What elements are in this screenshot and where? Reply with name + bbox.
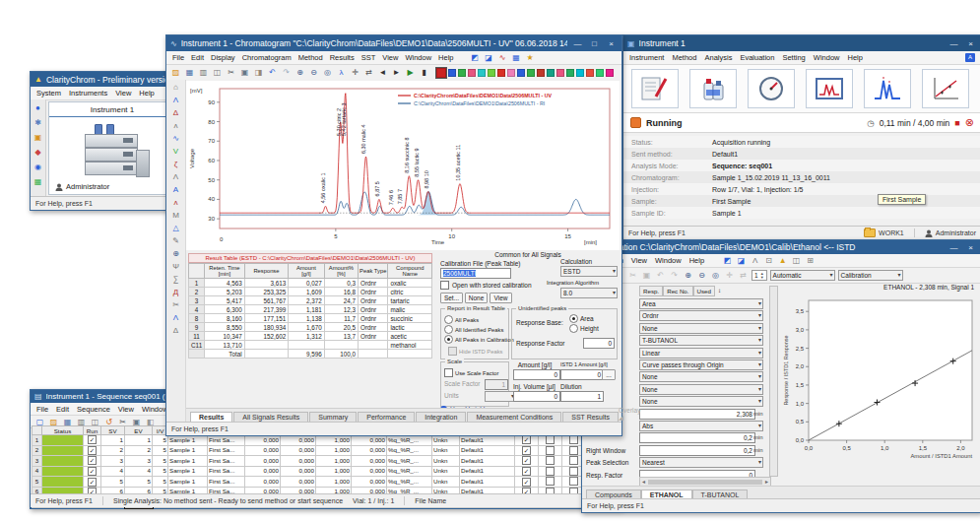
peak-icon[interactable]: Λ (170, 95, 181, 105)
option-checkbox[interactable] (569, 446, 578, 455)
right-window-input[interactable]: 0,2 (639, 445, 755, 456)
run-checkbox[interactable]: ✓ (88, 446, 97, 455)
setting-6-select[interactable]: None (639, 371, 763, 382)
istd-more-button[interactable]: ... (602, 369, 616, 380)
option-checkbox[interactable] (569, 435, 578, 444)
menu-setting[interactable]: Setting (782, 53, 805, 62)
go-next-icon[interactable]: ► (391, 67, 402, 78)
chromatogram-titlebar[interactable]: ∿ Instrument 1 - Chromatogram "C:\Clarit… (166, 35, 621, 51)
seq-col-status[interactable]: Status (42, 426, 84, 435)
undo-icon[interactable]: ↶ (655, 270, 666, 281)
signal-color-13[interactable] (566, 69, 574, 77)
star-icon[interactable]: ★ (525, 52, 536, 63)
copy-icon[interactable]: ▣ (641, 270, 652, 281)
result-row[interactable]: 88,160177,1511,13811,7Ordnrsuccinic (189, 314, 432, 323)
col-recno[interactable]: Rec No. (663, 286, 692, 296)
set-button[interactable]: Set... (440, 293, 463, 303)
undo-icon[interactable]: ↶ (267, 67, 278, 78)
setting-11-input[interactable]: 0,2 (639, 432, 755, 443)
menu-help[interactable]: Help (847, 53, 862, 62)
zoom-reset-icon[interactable]: ◎ (710, 270, 721, 281)
add-window-icon[interactable]: ⊞ (805, 255, 816, 266)
menu-evaluation[interactable]: Evaluation (740, 53, 774, 62)
option-checkbox[interactable] (569, 456, 578, 465)
sequence-row-1[interactable]: 1✓115Sample 1First Sa...0,0000,0001,0000… (33, 435, 621, 446)
menu-view[interactable]: View (382, 53, 398, 62)
option-checkbox[interactable]: ✓ (522, 435, 531, 444)
minimize-icon[interactable]: — (571, 39, 584, 48)
run-checkbox[interactable]: ✓ (88, 435, 97, 444)
user-icon[interactable]: ● (33, 102, 43, 113)
seq-col-run[interactable]: Run (84, 426, 101, 435)
sort-icon[interactable]: ↕ (715, 286, 724, 294)
pause-icon[interactable]: ▮ (419, 67, 429, 78)
calibration-titlebar[interactable]: ◪ Calibration C:\ClarityChrom\DataFiles\… (582, 240, 980, 254)
signal-color-9[interactable] (527, 69, 535, 77)
menu-method[interactable]: Method (672, 53, 696, 62)
run-checkbox[interactable]: ✓ (88, 456, 97, 465)
marker-icon[interactable]: ▲ (777, 255, 788, 266)
result-table[interactable]: Reten. Time[min]ResponseAmount[g/l]Amoun… (188, 263, 432, 359)
scale-factor-input[interactable]: 1 (485, 379, 508, 390)
istd-amount-input[interactable]: 0 (560, 369, 604, 380)
redo-icon[interactable]: ↷ (281, 67, 292, 78)
noise-icon[interactable]: ∿ (170, 133, 181, 144)
data-acquisition-icon[interactable] (806, 69, 853, 108)
maximize-icon[interactable]: □ (588, 39, 601, 48)
peak-selection-select[interactable]: Nearest (639, 457, 763, 468)
menu-window[interactable]: Window (655, 256, 682, 265)
none-button[interactable]: None (465, 293, 488, 303)
option-checkbox[interactable] (546, 477, 555, 486)
signal-color-0[interactable] (436, 68, 446, 78)
exchange-icon[interactable]: ⇄ (738, 270, 749, 281)
col-resp[interactable]: Resp. (639, 286, 663, 296)
tab-performance[interactable]: Performance (358, 412, 415, 422)
result-row[interactable]: 25,203253,3251,60916,8Ordnrcitric (189, 288, 432, 296)
zoom-in-icon[interactable]: ⊕ (683, 270, 693, 281)
result-row[interactable]: 14,5633,6130,0270,3Ordnroxalic (189, 279, 432, 288)
option-checkbox[interactable] (546, 435, 555, 444)
logged-user[interactable]: Administrator (925, 229, 976, 237)
shield-icon[interactable]: ◆ (33, 147, 43, 158)
a-badge-icon[interactable]: A (965, 53, 975, 62)
col-used[interactable]: Used (693, 286, 715, 296)
triangle-icon[interactable]: △ (170, 223, 181, 233)
window-cascade-icon[interactable]: ◪ (736, 255, 747, 266)
menu-file[interactable]: File (36, 405, 48, 414)
menu-sequence[interactable]: Sequence (77, 405, 110, 414)
tab-all-signals-results[interactable]: All Signals Results (233, 412, 308, 422)
use-scale-factor-checkbox[interactable]: Use Scale Factor (444, 368, 498, 377)
signal-color-14[interactable] (576, 69, 584, 77)
solvent-bottles-icon[interactable] (689, 69, 737, 108)
radio-all-in-calibration[interactable]: All Peaks in Calibration (444, 335, 514, 344)
settings-icon[interactable]: ✱ (33, 117, 43, 128)
setting-1-select[interactable]: Ordnr (639, 310, 763, 321)
sequence-row-3[interactable]: 3✓335Sample 1First Sa...0,0000,0001,0000… (33, 456, 621, 467)
menu-view[interactable]: View (118, 405, 134, 414)
result-row[interactable]: Total9,596100,0 (189, 350, 432, 359)
sequence-row-2[interactable]: 2✓225Sample 1First Sa...0,0000,0001,0000… (33, 445, 621, 456)
calculation-select[interactable]: ESTD (560, 266, 618, 277)
signal-color-12[interactable] (556, 69, 564, 77)
method-setup-icon[interactable] (631, 69, 679, 108)
zoom-reset-icon[interactable]: ◎ (322, 67, 333, 78)
option-checkbox[interactable]: ✓ (522, 478, 531, 487)
seq-col-0[interactable] (33, 426, 42, 435)
table-icon[interactable]: ▦ (511, 52, 522, 63)
play-icon[interactable]: ▶ (405, 67, 416, 78)
calibration-window-icon[interactable] (922, 69, 969, 108)
signal-color-7[interactable] (507, 69, 515, 77)
option-checkbox[interactable]: ✓ (522, 456, 531, 465)
baseline-icon[interactable]: Δ (170, 107, 181, 118)
peak-add-icon[interactable]: Λ (170, 171, 181, 182)
redo-icon[interactable]: ↷ (669, 270, 680, 281)
tab-sst-results[interactable]: SST Results (562, 412, 619, 422)
exchange-icon[interactable]: ⇄ (363, 67, 374, 78)
units-select[interactable] (485, 391, 516, 402)
calibration-mode-select[interactable]: Automatic (770, 270, 835, 281)
stop-button[interactable]: ■ (954, 118, 959, 128)
menu-instrument[interactable]: Instrument (629, 53, 664, 62)
peak-group-icon[interactable]: Λ (170, 312, 181, 323)
signal-color-3[interactable] (468, 69, 476, 77)
menu-window[interactable]: Window (142, 405, 168, 414)
